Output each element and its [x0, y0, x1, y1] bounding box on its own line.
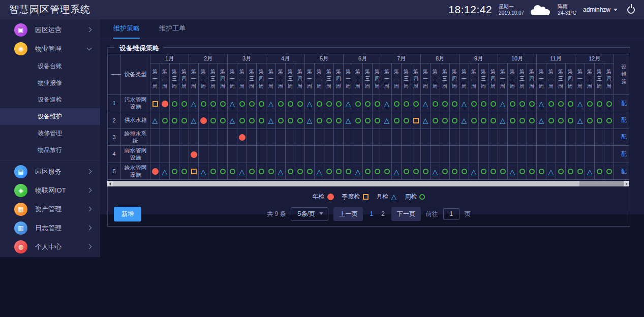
schedule-cell	[411, 129, 421, 146]
tab-maintenance-strategy[interactable]: 维护策略	[113, 24, 140, 39]
monthly-check-marker: △	[317, 168, 322, 175]
monthly-check-marker: △	[346, 100, 351, 107]
schedule-cell	[305, 146, 315, 163]
week-header: 第二周	[392, 64, 402, 95]
weekly-check-marker	[597, 101, 602, 107]
weekly-check-marker	[181, 101, 187, 107]
schedule-cell	[150, 95, 160, 112]
schedule-cell	[517, 146, 527, 163]
sidebar-item-personal-center[interactable]: ◍ 个人中心	[0, 237, 100, 256]
chevron-right-icon	[87, 27, 92, 33]
schedule-cell	[411, 112, 421, 129]
sidebar-item-log-mgmt[interactable]: ▥ 日志管理	[0, 218, 100, 237]
main-content: 维护策略 维护工单 设备维保策略 ——设备类型1月2月3月4月5月6月7月8月9…	[100, 19, 644, 317]
weekly-check-marker	[220, 169, 226, 174]
schedule-cell	[469, 112, 479, 129]
horizontal-scrollbar[interactable]	[107, 181, 629, 186]
page-number-2[interactable]: 2	[380, 208, 386, 219]
sidebar-item-item-release[interactable]: 物品放行	[0, 142, 100, 158]
sidebar-item-asset-mgmt[interactable]: ▦ 资产管理	[0, 200, 100, 218]
week-header: 第四周	[257, 64, 266, 95]
schedule-cell	[218, 146, 228, 163]
schedule-cell	[324, 163, 334, 180]
weekly-check-marker	[259, 101, 264, 107]
weekly-check-marker	[210, 169, 216, 174]
device-type-cell: 给排水系统	[121, 129, 150, 146]
month-header: 10月	[498, 54, 537, 64]
goto-page-input[interactable]	[443, 208, 459, 220]
schedule-cell	[324, 112, 334, 129]
week-header: 第四周	[604, 64, 614, 95]
schedule-cell	[517, 163, 527, 180]
schedule-cell	[353, 129, 363, 146]
weekday-label: 星期一	[499, 3, 524, 10]
sidebar-item-device-maintenance[interactable]: 设备维护	[0, 108, 100, 125]
week-header: 第四周	[295, 64, 305, 95]
config-link[interactable]: 配	[614, 112, 629, 129]
schedule-cell	[469, 146, 479, 163]
schedule-cell	[295, 146, 305, 163]
weekly-check-marker	[326, 101, 332, 107]
monthly-check-marker: △	[577, 117, 583, 124]
weekly-check-marker	[172, 101, 177, 107]
week-header: 第四周	[450, 64, 459, 95]
schedule-cell	[585, 146, 595, 163]
schedule-cell	[305, 163, 315, 180]
scrollbar-thumb[interactable]	[113, 181, 579, 186]
schedule-cell: △	[315, 163, 324, 180]
schedule-cell	[527, 112, 537, 129]
config-link[interactable]: 配	[614, 129, 629, 146]
next-page-button[interactable]: 下一页	[391, 207, 421, 221]
tab-maintenance-workorder[interactable]: 维护工单	[159, 24, 186, 39]
weather-cloud-icon	[531, 5, 551, 17]
week-header: 第二周	[315, 64, 324, 95]
sidebar-item-renovation-mgmt[interactable]: 装修管理	[0, 125, 100, 142]
chevron-right-icon	[87, 226, 92, 231]
scroll-left-arrow-icon[interactable]	[107, 181, 113, 186]
device-type-header: 设备类型	[121, 54, 150, 95]
schedule-cell	[402, 129, 411, 146]
scroll-right-arrow-icon[interactable]	[624, 181, 629, 186]
page-size-select[interactable]: 5条/页	[291, 207, 328, 221]
schedule-cell	[363, 163, 373, 180]
schedule-cell	[257, 112, 266, 129]
sidebar-item-park-operation[interactable]: ▣ 园区运营	[0, 20, 100, 39]
sidebar-item-iot[interactable]: ◈ 物联网IOT	[0, 181, 100, 200]
weekly-check-marker	[606, 169, 612, 174]
config-link[interactable]: 配	[614, 163, 629, 180]
schedule-cell	[315, 112, 324, 129]
schedule-cell	[411, 95, 421, 112]
sidebar-item-park-service[interactable]: ▤ 园区服务	[0, 162, 100, 181]
schedule-cell	[604, 95, 614, 112]
month-header: 3月	[228, 54, 266, 64]
page: 智慧园区管理系统 18:12:42 星期一 2019.10.07 阵雨 24-3…	[0, 0, 644, 317]
monthly-check-marker: △	[394, 168, 400, 175]
add-button[interactable]: 新增	[114, 207, 141, 221]
weekly-check-marker	[297, 169, 303, 174]
schedule-cell	[440, 112, 450, 129]
config-link[interactable]: 配	[614, 146, 629, 163]
power-logout-icon[interactable]	[627, 6, 635, 14]
user-menu[interactable]: adminhzw	[583, 6, 618, 13]
config-link[interactable]: 配	[614, 95, 629, 112]
log-mgmt-icon: ▥	[14, 221, 27, 235]
page-number-1[interactable]: 1	[368, 208, 375, 219]
schedule-cell	[421, 129, 431, 146]
sidebar-item-device-ledger[interactable]: 设备台账	[0, 58, 100, 75]
sidebar-item-property-mgmt[interactable]: ◉ 物业管理	[0, 39, 100, 58]
schedule-cell	[353, 112, 363, 129]
schedule-cell	[218, 112, 228, 129]
prev-page-button[interactable]: 上一页	[333, 207, 363, 221]
schedule-cell	[450, 146, 459, 163]
property-mgmt-icon: ◉	[14, 42, 27, 55]
schedule-cell: △	[421, 95, 431, 112]
schedule-cell	[498, 163, 508, 180]
sidebar-item-device-inspection[interactable]: 设备巡检	[0, 91, 100, 108]
week-header: 第三周	[479, 64, 488, 95]
week-header: 第二周	[199, 64, 208, 95]
weekly-check-marker	[297, 118, 303, 123]
schedule-cell: △	[150, 112, 160, 129]
sidebar-item-repair-report[interactable]: 物业报修	[0, 75, 100, 91]
schedule-cell	[392, 95, 402, 112]
week-header: 第二周	[276, 64, 286, 95]
